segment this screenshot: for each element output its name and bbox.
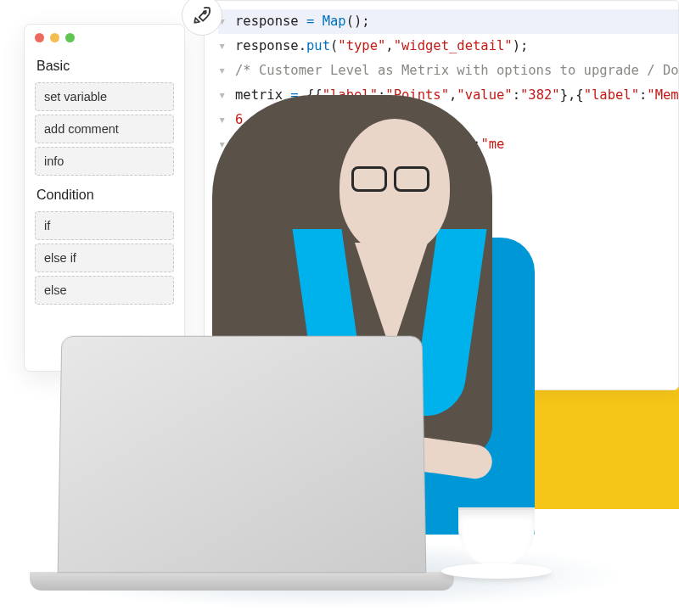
palette-item-else-if[interactable]: else if — [35, 244, 174, 272]
close-icon[interactable] — [35, 33, 44, 42]
fold-arrow-icon[interactable]: ▾ — [218, 34, 230, 59]
section-header: Condition — [25, 179, 184, 208]
maximize-icon[interactable] — [65, 33, 75, 42]
code-token: = — [306, 14, 323, 29]
palette-item-add-comment[interactable]: add comment — [35, 115, 174, 143]
code-token: response — [235, 38, 299, 53]
palette-item-set-variable[interactable]: set variable — [35, 82, 174, 111]
code-token: "Members — [647, 87, 679, 103]
coffee-cup-illustration — [458, 507, 552, 579]
palette-item-if[interactable]: if — [35, 211, 174, 240]
code-token: /* Customer Level as Metrix with options… — [235, 63, 679, 78]
section-header: Basic — [25, 50, 184, 79]
glasses-icon — [351, 166, 436, 193]
palette-item-else[interactable]: else — [35, 276, 174, 305]
window-titlebar — [25, 25, 184, 50]
code-line[interactable]: ▾response.put("type","widget_detail"); — [218, 34, 678, 59]
code-token: : — [639, 87, 647, 103]
laptop-illustration — [59, 334, 454, 591]
code-line[interactable]: ▾response = Map(); — [218, 9, 678, 34]
code-token: response — [235, 14, 306, 29]
code-token: , — [449, 87, 457, 103]
fold-arrow-icon[interactable]: ▾ — [218, 83, 230, 108]
fold-arrow-icon[interactable]: ▾ — [218, 59, 230, 83]
code-token: . — [299, 38, 306, 53]
code-token: (); — [346, 14, 370, 29]
code-token: "value" — [457, 87, 512, 103]
code-token: ( — [330, 38, 338, 53]
code-line[interactable]: ▾/* Customer Level as Metrix with option… — [218, 59, 678, 83]
code-token: "type" — [338, 38, 385, 53]
code-token: "widget_detail" — [394, 38, 513, 53]
fold-arrow-icon[interactable]: ▾ — [218, 108, 230, 132]
code-token: ); — [513, 38, 529, 53]
palette-item-info[interactable]: info — [35, 147, 174, 176]
code-token: },{ — [560, 87, 584, 103]
code-token: Map — [323, 14, 346, 29]
code-token: "me — [480, 137, 504, 152]
code-token: "382" — [520, 87, 560, 103]
code-token: , — [385, 38, 393, 53]
person-illustration — [280, 119, 450, 255]
code-token: "label" — [584, 87, 639, 103]
block-palette-window: Basicset variableadd commentinfoConditio… — [24, 24, 185, 372]
code-token: : — [513, 87, 520, 103]
code-token: put — [306, 38, 330, 53]
minimize-icon[interactable] — [50, 33, 59, 42]
